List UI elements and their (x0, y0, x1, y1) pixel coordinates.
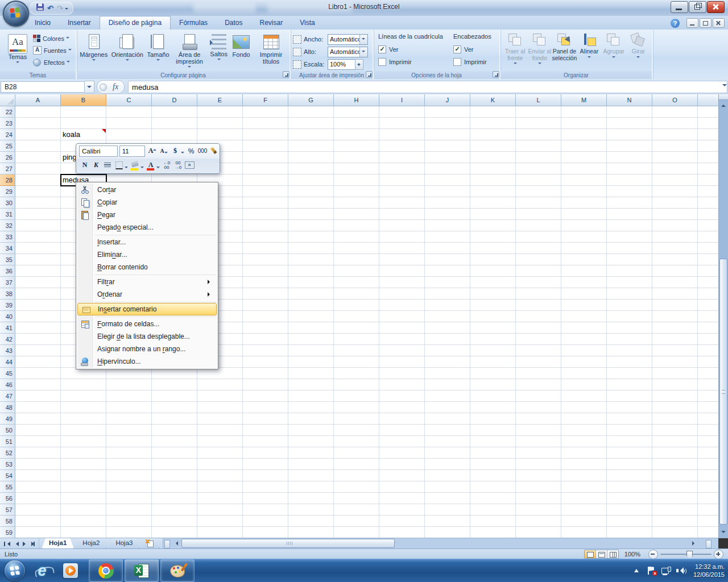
row-header-51[interactable]: 51 (0, 436, 15, 447)
cell-N32[interactable] (607, 220, 652, 231)
cell-B47[interactable] (61, 390, 106, 402)
cell-G51[interactable] (288, 436, 334, 447)
row-header-59[interactable]: 59 (0, 527, 15, 538)
cell-H28[interactable] (334, 174, 379, 186)
cell-A33[interactable] (15, 231, 61, 243)
cell-I52[interactable] (379, 447, 425, 459)
cell-J44[interactable] (425, 356, 470, 368)
currency-format-button[interactable]: $ (170, 146, 180, 157)
cell-K41[interactable] (470, 322, 516, 334)
cell-K28[interactable] (470, 174, 516, 186)
office-button[interactable] (3, 1, 29, 27)
column-header-N[interactable]: N (607, 94, 652, 106)
cell-F50[interactable] (243, 425, 288, 436)
cell-A47[interactable] (15, 390, 61, 402)
cell-I54[interactable] (379, 470, 425, 481)
cell-H49[interactable] (334, 413, 379, 425)
cell-K49[interactable] (470, 413, 516, 425)
dialog-launcher-icon[interactable] (283, 71, 289, 78)
cell-B57[interactable] (61, 504, 106, 516)
vertical-split-handle[interactable] (719, 94, 728, 100)
cell-D23[interactable] (152, 118, 197, 129)
dialog-launcher-icon[interactable] (493, 71, 499, 78)
cell-D50[interactable] (152, 425, 197, 436)
help-button[interactable]: ? (671, 19, 680, 28)
cell-M27[interactable] (561, 163, 607, 174)
cell-N28[interactable] (607, 174, 652, 186)
name-box-dropdown[interactable] (85, 81, 94, 93)
cell-M46[interactable] (561, 379, 607, 390)
cell-D47[interactable] (152, 390, 197, 402)
network-icon[interactable] (661, 567, 671, 575)
cell-N48[interactable] (607, 402, 652, 413)
cell-H55[interactable] (334, 481, 379, 493)
cell-F44[interactable] (243, 356, 288, 368)
cell-O51[interactable] (652, 436, 698, 447)
cell-D22[interactable] (152, 106, 197, 118)
cell-I24[interactable] (379, 129, 425, 140)
percent-format-button[interactable]: % (186, 146, 196, 157)
cell-L49[interactable] (516, 413, 561, 425)
cell-E59[interactable] (197, 527, 243, 538)
cell-J59[interactable] (425, 527, 470, 538)
cell-I35[interactable] (379, 254, 425, 265)
cell-M47[interactable] (561, 390, 607, 402)
cell-J27[interactable] (425, 163, 470, 174)
cell-E24[interactable] (197, 129, 243, 140)
cell-G45[interactable] (288, 368, 334, 379)
cell-A39[interactable] (15, 300, 61, 311)
column-header-partial[interactable] (698, 94, 718, 106)
start-button[interactable] (5, 560, 25, 581)
cell-K29[interactable] (470, 186, 516, 197)
cell-M41[interactable] (561, 322, 607, 334)
cell-O59[interactable] (652, 527, 698, 538)
cell-J52[interactable] (425, 447, 470, 459)
cell-N35[interactable] (607, 254, 652, 265)
cell-O58[interactable] (652, 516, 698, 527)
cell-B56[interactable] (61, 493, 106, 504)
zoom-out-button[interactable] (648, 550, 658, 559)
cell-K23[interactable] (470, 118, 516, 129)
merge-center-button[interactable]: a (184, 160, 195, 171)
cell-H24[interactable] (334, 129, 379, 140)
cell-N52[interactable] (607, 447, 652, 459)
cell-F55[interactable] (243, 481, 288, 493)
workbook-restore-button[interactable] (700, 18, 712, 28)
cell-A29[interactable] (15, 186, 61, 197)
cell-H53[interactable] (334, 459, 379, 470)
cell-I47[interactable] (379, 390, 425, 402)
cell-D46[interactable] (152, 379, 197, 390)
row-header-32[interactable]: 32 (0, 220, 15, 231)
cell-K35[interactable] (470, 254, 516, 265)
cell-O49[interactable] (652, 413, 698, 425)
cell-B23[interactable] (61, 118, 106, 129)
cell-F58[interactable] (243, 516, 288, 527)
cell-O25[interactable] (652, 140, 698, 152)
cell-H37[interactable] (334, 277, 379, 288)
cell-N46[interactable] (607, 379, 652, 390)
cell-F37[interactable] (243, 277, 288, 288)
row-header-48[interactable]: 48 (0, 402, 15, 413)
cell-H26[interactable] (334, 152, 379, 163)
cell-M37[interactable] (561, 277, 607, 288)
cell-D53[interactable] (152, 459, 197, 470)
cell-E54[interactable] (197, 470, 243, 481)
tab-datos[interactable]: Datos (216, 16, 251, 30)
cell-F29[interactable] (243, 186, 288, 197)
menu-item-eliminar[interactable]: Eliminar... (77, 248, 217, 261)
cell-A24[interactable] (15, 129, 61, 140)
column-header-E[interactable]: E (197, 94, 243, 106)
cell-K38[interactable] (470, 288, 516, 300)
vertical-scrollbar[interactable] (718, 94, 728, 538)
cell-C55[interactable] (106, 481, 152, 493)
cell-L43[interactable] (516, 345, 561, 356)
cell-L30[interactable] (516, 197, 561, 209)
cell-H47[interactable] (334, 390, 379, 402)
cell-K22[interactable] (470, 106, 516, 118)
cell-M26[interactable] (561, 152, 607, 163)
cell-F25[interactable] (243, 140, 288, 152)
cell-G32[interactable] (288, 220, 334, 231)
cell-L26[interactable] (516, 152, 561, 163)
cell-K46[interactable] (470, 379, 516, 390)
scroll-up-arrow-icon[interactable] (721, 102, 726, 107)
